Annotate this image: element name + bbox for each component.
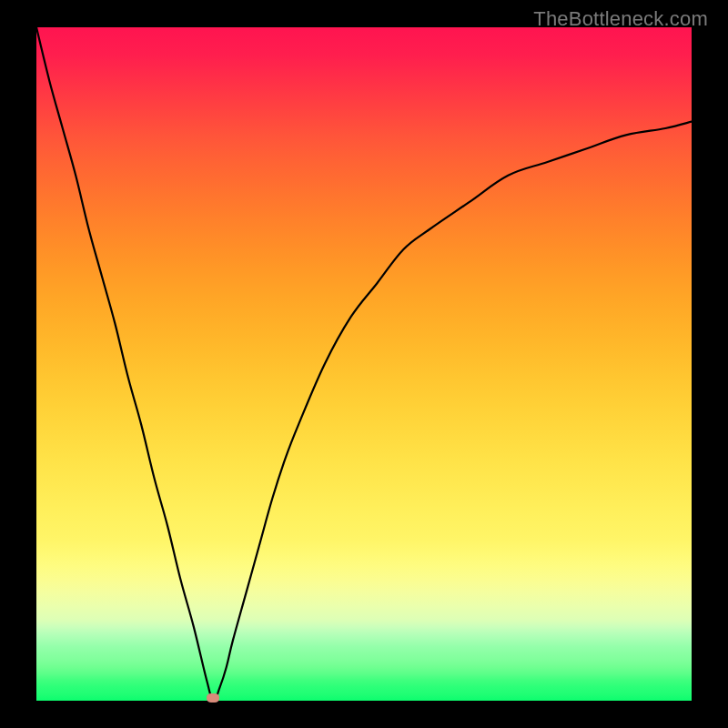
chart-frame: TheBottleneck.com — [0, 0, 728, 728]
curve-svg — [36, 27, 692, 701]
bottleneck-curve — [36, 27, 692, 701]
plot-area — [36, 27, 692, 701]
minimum-marker — [207, 693, 219, 703]
